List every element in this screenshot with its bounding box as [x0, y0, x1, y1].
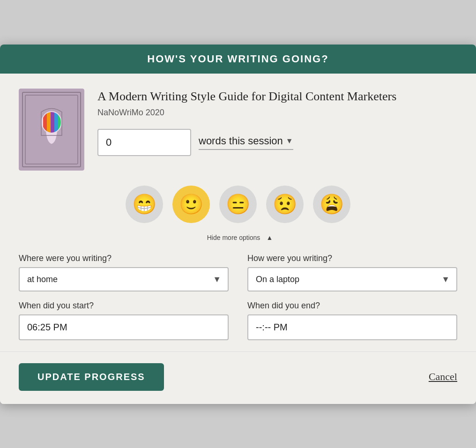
svg-rect-6 [47, 112, 51, 133]
words-input[interactable] [97, 129, 191, 156]
emoji-row: 😁 🙂 😑 😟 😩 [19, 186, 457, 223]
modal-footer: UPDATE PROGRESS Cancel [0, 351, 476, 404]
project-info: A Modern Writing Style Guide for Digital… [19, 89, 457, 171]
emoji-happy[interactable]: 🙂 [172, 186, 210, 223]
end-time-field: When did you end? [247, 301, 457, 340]
words-input-row: words this session ▼ [97, 129, 457, 156]
emoji-exhausted[interactable]: 😩 [313, 186, 350, 223]
words-label: words this session [199, 135, 283, 147]
svg-rect-7 [51, 112, 54, 133]
toggle-options-label: Hide more options [207, 234, 260, 241]
book-cover [19, 89, 84, 171]
where-select-wrapper: at home at a coffee shop at a library at… [19, 267, 229, 291]
how-label: How were you writing? [247, 254, 457, 263]
emoji-ecstatic[interactable]: 😁 [126, 186, 163, 223]
where-select[interactable]: at home at a coffee shop at a library at… [19, 267, 229, 291]
svg-rect-8 [54, 112, 58, 133]
toggle-options-arrow-icon: ▲ [266, 234, 273, 241]
project-title: A Modern Writing Style Guide for Digital… [97, 89, 457, 105]
modal-body: A Modern Writing Style Guide for Digital… [0, 74, 476, 340]
words-label-row: words this session ▼ [199, 135, 293, 150]
end-time-label: When did you end? [247, 301, 457, 311]
toggle-options-button[interactable]: Hide more options ▲ [19, 232, 457, 242]
how-field: How were you writing? On a laptop On a d… [247, 254, 457, 291]
modal-header: HOW'S YOUR WRITING GOING? [0, 45, 476, 74]
where-label: Where were you writing? [19, 254, 229, 263]
start-time-label: When did you start? [19, 301, 229, 311]
modal-title: HOW'S YOUR WRITING GOING? [147, 53, 328, 65]
cancel-button[interactable]: Cancel [429, 371, 457, 383]
end-time-input[interactable] [247, 314, 457, 340]
start-time-input[interactable] [19, 314, 229, 340]
modal-dialog: HOW'S YOUR WRITING GOING? [0, 45, 476, 404]
where-field: Where were you writing? at home at a cof… [19, 254, 229, 291]
words-dropdown-arrow-icon[interactable]: ▼ [286, 137, 293, 145]
start-time-field: When did you start? [19, 301, 229, 340]
update-progress-button[interactable]: UPDATE PROGRESS [19, 363, 164, 391]
emoji-neutral[interactable]: 😑 [219, 186, 257, 223]
project-subtitle: NaNoWriMo 2020 [97, 108, 457, 118]
how-select[interactable]: On a laptop On a desktop By hand On a ph… [247, 267, 457, 291]
emoji-sad[interactable]: 😟 [266, 186, 304, 223]
options-grid: Where were you writing? at home at a cof… [19, 254, 457, 340]
project-details: A Modern Writing Style Guide for Digital… [97, 89, 457, 157]
how-select-wrapper: On a laptop On a desktop By hand On a ph… [247, 267, 457, 291]
